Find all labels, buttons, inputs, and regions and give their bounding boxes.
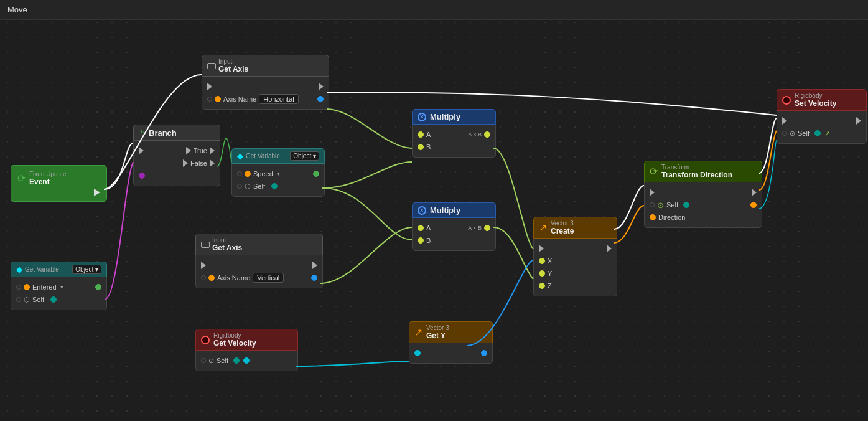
rigidbody-header-get: Rigidbody [213,332,256,339]
self-label-vel: Self [217,357,228,364]
out-port-top[interactable] [484,131,490,138]
vector-icon-get: ↗ [414,326,422,338]
trans-self-port[interactable] [683,202,689,208]
true-label: True [194,147,207,154]
exec-in-port [139,147,144,154]
rigidbody-set-label: Set Velocity [795,99,836,108]
set-out-icon: ↗ [824,130,830,138]
true-port[interactable] [210,147,215,154]
speed-out-port[interactable] [313,171,319,177]
y-out-port[interactable] [481,350,487,356]
false-exec-out[interactable] [183,159,188,167]
axis-name-label-bottom: Axis Name [217,274,250,281]
self-port-vel[interactable] [233,357,240,364]
b-in-port-top[interactable] [418,144,424,150]
axis-orange-port-bot[interactable] [208,275,215,281]
dropdown-arrow[interactable]: ▾ [60,284,63,290]
get-var-mid-label: Get Variable [246,153,280,159]
vec-in-port[interactable] [414,350,421,356]
port-in-2 [16,297,21,302]
port-in-1 [16,285,21,290]
false-label: False [190,159,207,167]
trans-exec-in [650,189,655,196]
fixed-update-event-node: ⟳ Fixed Update Event [11,165,107,202]
fixed-update-header: Fixed Update [29,171,66,177]
graph-title: Move [7,5,27,14]
trans-exec-out[interactable] [752,189,757,196]
self-label-mid: Self [253,182,265,190]
self-icon: ⬡ [24,296,30,304]
input-header-top: Input [218,58,248,65]
get-var-mid-dropdown[interactable]: Object ▾ [290,151,319,161]
set-in1 [782,131,787,136]
a-in-port-top[interactable] [418,131,424,138]
y-in-port[interactable] [539,270,545,277]
transform-direction-node: ⟳ Transform Transform Direction ⊙ Self [644,161,762,228]
speed-dropdown[interactable]: ▾ [277,171,280,177]
set-exec-out[interactable] [856,117,861,125]
multiply-icon-top: × [418,113,426,121]
node-graph-canvas[interactable]: Move [0,0,868,421]
trans-in1 [650,202,655,207]
exec-out-bottom[interactable] [312,262,317,269]
fixed-update-title: Event [29,177,66,186]
axis-orange-port[interactable] [215,96,221,102]
branch-icon: ↰ [139,128,146,138]
multiply-bottom-node: × Multiply A A × B B [412,202,496,251]
rigidbody-get-velocity-node: Rigidbody Get Velocity ⊙ Self [195,329,298,371]
exec-in-top [207,83,212,90]
out-port[interactable] [95,284,101,290]
get-var-dropdown[interactable]: Object ▾ [72,265,101,274]
x-in-port[interactable] [539,258,545,264]
axis-out-port-bot[interactable] [311,275,317,281]
self-port[interactable] [50,296,57,303]
exec-out-top[interactable] [319,83,324,90]
input-label-bottom: Get Axis [212,244,242,252]
z-in-port[interactable] [539,283,545,289]
entered-label: Entered [32,283,57,291]
vector-header-create: Vector 3 [551,220,574,227]
y-label: Y [548,270,552,277]
direction-in-port[interactable] [650,214,656,220]
z-label: Z [548,282,552,290]
b-in-port-bottom[interactable] [418,237,424,244]
vector3-create-node: ↗ Vector 3 Create X Y Z [533,217,617,296]
axis-value-bottom[interactable]: Vertical [253,273,284,283]
vel-out-port[interactable] [243,357,250,364]
rigidbody-icon-get [201,336,210,344]
keyboard-icon-top [207,63,216,69]
trans-out-port[interactable] [750,202,757,208]
target-icon: ⊙ [208,357,214,365]
port-mid-in2 [237,184,242,189]
a-in-port-bottom[interactable] [418,225,424,231]
set-self-port[interactable] [814,130,821,136]
true-exec-out[interactable] [186,147,191,154]
multiply-label-top: Multiply [430,112,460,121]
port-mid-in1 [237,171,242,176]
transform-label: Transform Direction [661,171,732,179]
a-label-top: A [426,131,431,138]
exec-in-bottom [201,262,206,269]
vec-exec-out[interactable] [607,245,612,252]
set-exec-in [782,117,787,125]
multiply-icon-bottom: × [418,206,426,215]
speed-port[interactable] [245,171,251,177]
self-port-mid[interactable] [271,183,278,189]
b-label-bottom: B [426,237,431,244]
exec-out-port[interactable] [94,189,100,196]
vector-create-label: Create [551,227,574,235]
get-variable-mid-node: ◆ Get Variable Object ▾ Speed ▾ ⬡ Self [231,148,325,197]
false-port[interactable] [210,159,215,167]
axb-label-bottom: A × B [468,225,482,231]
get-variable-bottom-node: ◆ Get Variable Object ▾ Entered ▾ ⬡ Self [11,262,107,310]
entered-port[interactable] [24,284,30,290]
axis-value-top[interactable]: Horizontal [259,94,299,104]
input-get-axis-bottom-node: Input Get Axis Axis Name Vertical [195,234,323,288]
trans-self-icon: ⊙ [657,201,664,210]
out-port-bottom[interactable] [484,225,490,231]
axb-label-top: A × B [468,131,482,138]
input-label-top: Get Axis [218,65,248,73]
multiply-top-node: × Multiply A A × B B [412,109,496,158]
condition-port[interactable] [139,173,145,179]
axis-out-port-top[interactable] [317,96,324,102]
